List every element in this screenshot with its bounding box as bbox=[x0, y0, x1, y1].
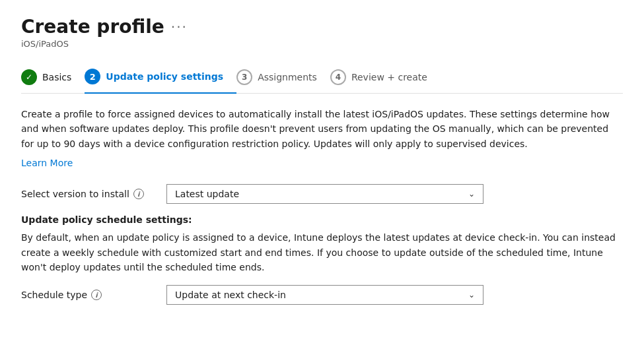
select-version-info-icon[interactable]: i bbox=[133, 189, 144, 199]
schedule-section: Update policy schedule settings: By defa… bbox=[21, 214, 623, 274]
page-description: Create a profile to force assigned devic… bbox=[21, 107, 623, 151]
select-version-chevron-icon: ⌄ bbox=[468, 189, 475, 199]
page-title: Create profile bbox=[21, 16, 164, 38]
step-update-policy[interactable]: 2 Update policy settings bbox=[85, 62, 236, 94]
schedule-type-chevron-icon: ⌄ bbox=[468, 290, 475, 299]
page-header: Create profile ··· iOS/iPadOS bbox=[21, 16, 623, 49]
step-basics-circle: ✓ bbox=[21, 69, 37, 85]
step-review-create[interactable]: 4 Review + create bbox=[330, 63, 441, 93]
learn-more-link[interactable]: Learn More bbox=[21, 158, 73, 168]
schedule-type-value: Update at next check-in bbox=[175, 290, 286, 300]
schedule-section-description: By default, when an update policy is ass… bbox=[21, 230, 623, 274]
step-assignments[interactable]: 3 Assignments bbox=[236, 63, 330, 93]
schedule-type-row: Schedule type i Update at next check-in … bbox=[21, 285, 623, 305]
page-subtitle: iOS/iPadOS bbox=[21, 39, 623, 49]
wizard-steps: ✓ Basics 2 Update policy settings 3 Assi… bbox=[21, 62, 623, 94]
step-review-circle: 4 bbox=[330, 69, 346, 85]
step-basics[interactable]: ✓ Basics bbox=[21, 63, 85, 93]
more-options-icon[interactable]: ··· bbox=[171, 19, 188, 35]
select-version-value: Latest update bbox=[175, 189, 239, 199]
select-version-label-group: Select version to install i bbox=[21, 189, 166, 199]
schedule-type-info-icon[interactable]: i bbox=[91, 290, 102, 300]
schedule-type-label-group: Schedule type i bbox=[21, 290, 166, 300]
step-review-label: Review + create bbox=[351, 72, 427, 82]
step-assignments-label: Assignments bbox=[258, 72, 317, 82]
schedule-type-dropdown[interactable]: Update at next check-in ⌄ bbox=[166, 285, 483, 305]
schedule-section-title: Update policy schedule settings: bbox=[21, 214, 623, 225]
step-update-policy-circle: 2 bbox=[85, 69, 100, 84]
step-update-policy-label: Update policy settings bbox=[106, 71, 223, 82]
select-version-label: Select version to install bbox=[21, 189, 129, 199]
step-assignments-circle: 3 bbox=[236, 69, 252, 85]
step-basics-label: Basics bbox=[42, 72, 71, 82]
select-version-dropdown[interactable]: Latest update ⌄ bbox=[166, 184, 483, 204]
schedule-type-label: Schedule type bbox=[21, 290, 87, 300]
select-version-row: Select version to install i Latest updat… bbox=[21, 184, 623, 204]
